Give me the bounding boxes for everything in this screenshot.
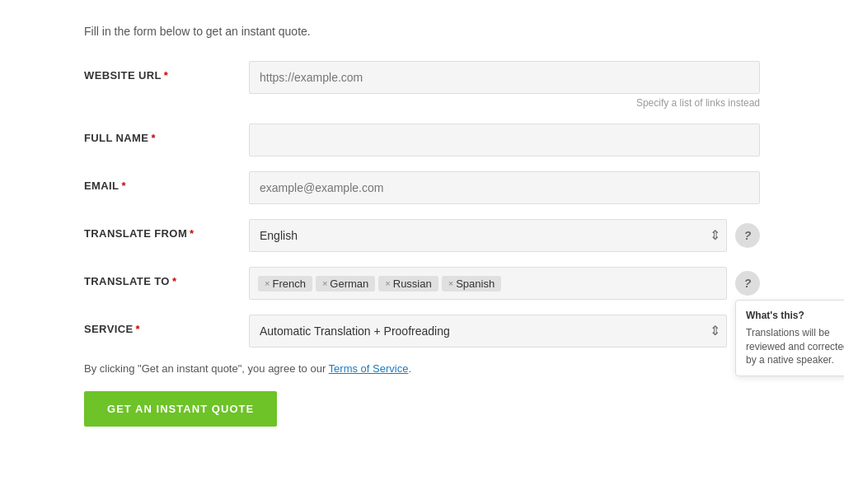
page-wrapper: Fill in the form below to get an instant… <box>51 0 793 451</box>
tag-spanish: × Spanish <box>442 276 501 292</box>
submit-button[interactable]: GET AN INSTANT QUOTE <box>84 391 277 427</box>
email-label: EMAIL* <box>84 171 249 192</box>
translate-from-select[interactable]: English Spanish French German Russian Ch… <box>249 219 727 252</box>
service-field-wrapper: Automatic Translation + Proofreading Hum… <box>249 315 760 348</box>
translate-to-row: TRANSLATE TO* × French × German × Russia… <box>84 267 760 300</box>
tag-russian: × Russian <box>378 276 438 292</box>
tag-spanish-close[interactable]: × <box>448 278 453 288</box>
translate-from-row: TRANSLATE FROM* English Spanish French G… <box>84 219 760 252</box>
website-url-input[interactable] <box>249 61 760 94</box>
intro-text: Fill in the form below to get an instant… <box>84 25 760 38</box>
service-select-wrapper: Automatic Translation + Proofreading Hum… <box>249 315 727 348</box>
translate-from-help-button[interactable]: ? <box>735 223 760 248</box>
email-input[interactable] <box>249 171 760 204</box>
translate-from-label: TRANSLATE FROM* <box>84 219 249 240</box>
links-hint[interactable]: Specify a list of links instead <box>249 97 760 109</box>
full-name-input[interactable] <box>249 124 760 156</box>
translate-to-help-button[interactable]: ? What's this? Translations will be revi… <box>735 271 760 296</box>
translate-to-tags-input[interactable]: × French × German × Russian × Spanish <box>249 267 727 300</box>
translate-from-field-wrapper: English Spanish French German Russian Ch… <box>249 219 760 252</box>
translate-to-label: TRANSLATE TO* <box>84 267 249 287</box>
website-url-field-wrapper: Specify a list of links instead <box>249 61 760 109</box>
tos-link[interactable]: Terms of Service <box>329 362 409 375</box>
tag-german: × German <box>316 276 375 292</box>
website-url-label: WEBSITE URL* <box>84 61 249 82</box>
email-row: EMAIL* <box>84 171 760 204</box>
tag-french-close[interactable]: × <box>265 278 270 288</box>
tos-text: By clicking "Get an instant quote", you … <box>84 362 760 375</box>
service-select[interactable]: Automatic Translation + Proofreading Hum… <box>249 315 727 348</box>
website-url-row: WEBSITE URL* Specify a list of links ins… <box>84 61 760 109</box>
translate-to-field-wrapper: × French × German × Russian × Spanish <box>249 267 760 300</box>
email-field-wrapper <box>249 171 760 204</box>
translate-from-select-wrapper: English Spanish French German Russian Ch… <box>249 219 727 252</box>
tag-french: × French <box>258 276 312 292</box>
service-row: SERVICE* Automatic Translation + Proofre… <box>84 315 760 348</box>
full-name-field-wrapper <box>249 124 760 156</box>
full-name-label: FULL NAME* <box>84 124 249 144</box>
tag-german-close[interactable]: × <box>322 278 327 288</box>
full-name-row: FULL NAME* <box>84 124 760 156</box>
tag-russian-close[interactable]: × <box>385 278 390 288</box>
translate-to-tooltip: What's this? Translations will be review… <box>735 300 844 376</box>
service-label: SERVICE* <box>84 315 249 335</box>
